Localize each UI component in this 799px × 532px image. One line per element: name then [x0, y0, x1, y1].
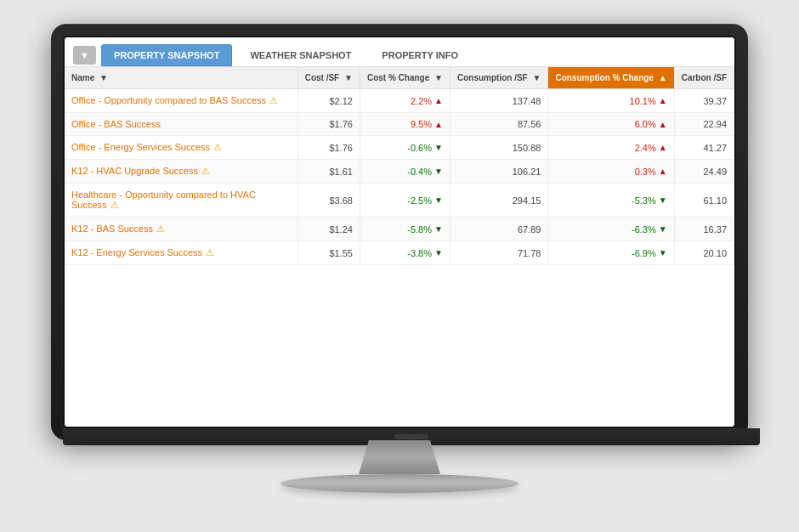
row-cost-change: -0.6%▼ [360, 136, 450, 160]
row-consumption-sf: 137.48 [450, 89, 547, 113]
table-header-row: Name ▼ Cost /SF ▼ Cost % Change ▼ [65, 67, 734, 89]
row-carbon-sf: 24.49 [674, 160, 734, 184]
row-consumption-change: 0.3%▲ [548, 160, 674, 184]
row-consumption-change: 10.1%▲ [548, 89, 674, 113]
row-cost-sf: $1.76 [298, 113, 360, 136]
row-consumption-sf: 150.88 [450, 136, 547, 160]
nav-tabs: ▼ PROPERTY SNAPSHOT WEATHER SNAPSHOT PRO… [65, 37, 734, 67]
row-cost-change: -0.4%▼ [360, 160, 450, 184]
header-carbon-sf[interactable]: Carbon /SF [674, 67, 734, 89]
tab-weather-snapshot[interactable]: WEATHER SNAPSHOT [237, 44, 364, 66]
table-row: K12 - Energy Services Success⚠$1.55-3.8%… [65, 241, 734, 265]
down-arrow-icon: ▼ [434, 195, 443, 205]
data-table: Name ▼ Cost /SF ▼ Cost % Change ▼ [65, 67, 734, 265]
up-arrow-icon: ▲ [659, 167, 667, 176]
row-consumption-sf: 294.15 [450, 184, 547, 218]
row-carbon-sf: 20.10 [674, 241, 734, 265]
row-carbon-sf: 22.94 [674, 113, 734, 136]
consumption-change-sort-icon: ▲ [659, 73, 667, 82]
row-consumption-change: -5.3%▼ [548, 184, 674, 218]
up-arrow-icon: ▲ [434, 96, 443, 105]
tab-property-snapshot[interactable]: PROPERTY SNAPSHOT [101, 44, 233, 66]
row-consumption-sf: 71.78 [450, 241, 547, 265]
row-cost-change: -2.5%▼ [360, 184, 450, 218]
row-carbon-sf: 16.37 [674, 218, 734, 241]
row-cost-change: -5.8%▼ [360, 218, 450, 241]
row-consumption-change: -6.9%▼ [548, 241, 674, 265]
down-arrow-icon: ▼ [434, 167, 443, 176]
monitor-chin-dot [394, 434, 428, 439]
row-name[interactable]: Office - Energy Services Success [71, 142, 210, 152]
row-consumption-sf: 87.56 [450, 113, 547, 136]
down-arrow-icon: ▼ [659, 224, 667, 234]
up-arrow-icon: ▲ [659, 120, 667, 129]
warning-icon: ⚠ [201, 166, 210, 176]
consumption-sf-sort-icon: ▼ [533, 73, 541, 82]
monitor-stand-neck [348, 440, 450, 474]
row-cost-sf: $2.12 [298, 89, 360, 113]
table-row: Office - Energy Services Success⚠$1.76-0… [65, 136, 734, 160]
row-name[interactable]: K12 - HVAC Upgrade Success [71, 166, 198, 176]
down-arrow-icon: ▼ [434, 248, 443, 258]
row-carbon-sf: 39.37 [674, 89, 734, 113]
row-name[interactable]: Office - Opportunity compared to BAS Suc… [71, 95, 266, 105]
row-cost-sf: $1.24 [298, 218, 360, 241]
dropdown-button[interactable]: ▼ [73, 46, 96, 65]
header-consumption-sf[interactable]: Consumption /SF ▼ [450, 67, 547, 89]
row-cost-change: 9.5%▲ [360, 113, 450, 136]
row-consumption-change: -6.3%▼ [548, 218, 674, 241]
warning-icon: ⚠ [269, 95, 278, 105]
up-arrow-icon: ▲ [659, 96, 667, 105]
row-cost-sf: $3.68 [298, 184, 360, 218]
screen-content: ▼ PROPERTY SNAPSHOT WEATHER SNAPSHOT PRO… [65, 37, 734, 427]
up-arrow-icon: ▲ [659, 143, 667, 152]
table-container: Name ▼ Cost /SF ▼ Cost % Change ▼ [65, 67, 734, 427]
monitor-wrapper: ▼ PROPERTY SNAPSHOT WEATHER SNAPSHOT PRO… [51, 24, 748, 508]
row-consumption-sf: 106.21 [450, 160, 547, 184]
table-row: K12 - BAS Success⚠$1.24-5.8%▼67.89-6.3%▼… [65, 218, 734, 241]
row-cost-change: 2.2%▲ [360, 89, 450, 113]
up-arrow-icon: ▲ [434, 120, 443, 129]
down-arrow-icon: ▼ [434, 143, 443, 152]
row-consumption-change: 6.0%▲ [548, 113, 674, 136]
row-name[interactable]: Healthcare - Opportunity compared to HVA… [71, 190, 256, 210]
row-consumption-sf: 67.89 [450, 218, 547, 241]
name-sort-icon: ▼ [99, 73, 108, 82]
header-cost-change[interactable]: Cost % Change ▼ [360, 67, 450, 89]
row-cost-sf: $1.55 [298, 241, 360, 265]
down-arrow-icon: ▼ [434, 224, 443, 234]
row-cost-sf: $1.76 [298, 136, 360, 160]
row-name[interactable]: Office - BAS Success [71, 119, 161, 129]
cost-change-sort-icon: ▼ [434, 73, 443, 82]
header-cost-sf[interactable]: Cost /SF ▼ [298, 67, 360, 89]
row-cost-sf: $1.61 [298, 160, 360, 184]
monitor-body: ▼ PROPERTY SNAPSHOT WEATHER SNAPSHOT PRO… [51, 24, 748, 440]
table-row: K12 - HVAC Upgrade Success⚠$1.61-0.4%▼10… [65, 160, 734, 184]
header-consumption-change[interactable]: Consumption % Change ▲ [548, 67, 674, 89]
monitor-stand-base [280, 474, 518, 493]
row-carbon-sf: 41.27 [674, 136, 734, 160]
cost-sf-sort-icon: ▼ [344, 73, 353, 82]
down-arrow-icon: ▼ [659, 248, 667, 258]
table-row: Healthcare - Opportunity compared to HVA… [65, 184, 734, 218]
down-arrow-icon: ▼ [659, 195, 667, 205]
tab-property-info[interactable]: PROPERTY INFO [369, 44, 471, 66]
header-name[interactable]: Name ▼ [65, 67, 298, 89]
row-name[interactable]: K12 - Energy Services Success [71, 247, 202, 258]
table-row: Office - Opportunity compared to BAS Suc… [65, 89, 734, 113]
warning-icon: ⚠ [213, 142, 222, 152]
row-cost-change: -3.8%▼ [360, 241, 450, 265]
warning-icon: ⚠ [156, 224, 165, 234]
monitor-screen: ▼ PROPERTY SNAPSHOT WEATHER SNAPSHOT PRO… [63, 36, 736, 428]
warning-icon: ⚠ [110, 200, 119, 210]
row-carbon-sf: 61.10 [674, 184, 734, 218]
warning-icon: ⚠ [206, 247, 214, 258]
table-row: Office - BAS Success$1.769.5%▲87.566.0%▲… [65, 113, 734, 136]
row-name[interactable]: K12 - BAS Success [71, 224, 153, 234]
row-consumption-change: 2.4%▲ [548, 136, 674, 160]
